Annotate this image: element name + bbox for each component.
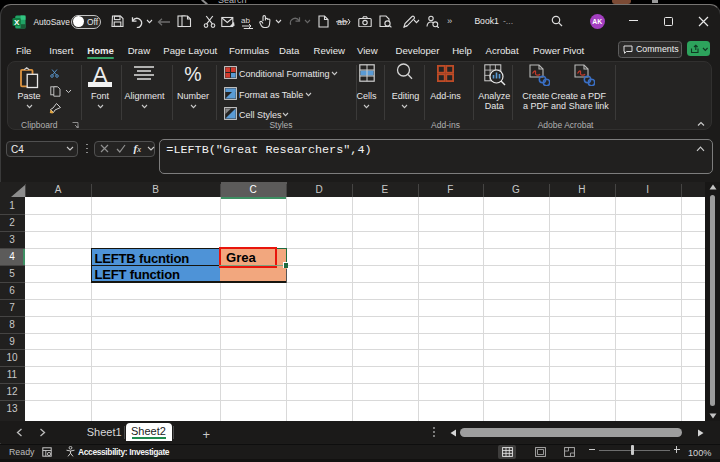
svg-text:X: X: [13, 17, 19, 26]
svg-text:ab: ab: [241, 16, 250, 25]
